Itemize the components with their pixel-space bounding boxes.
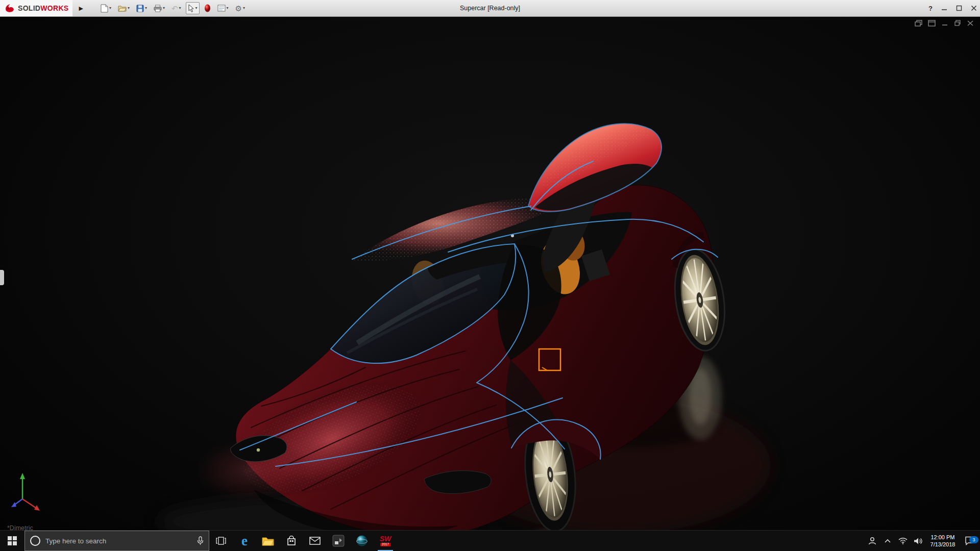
clock-date: 7/13/2018 <box>930 541 955 548</box>
system-tray: 12:00 PM 7/13/2018 3 <box>865 531 980 551</box>
orientation-triad[interactable] <box>11 473 40 511</box>
show-hidden-icons-button[interactable] <box>880 538 895 543</box>
titlebar[interactable]: SOLIDWORKS ▶ ▾ ▾ ▾ <box>0 0 980 17</box>
options-button[interactable]: ⚙ ▾ <box>233 3 247 14</box>
dropdown-caret-icon[interactable]: ▾ <box>243 6 245 10</box>
undo-button[interactable]: ↶ ▾ <box>169 3 183 14</box>
wifi-icon <box>898 537 908 544</box>
media-app-button[interactable] <box>327 531 350 551</box>
store-button[interactable] <box>280 531 303 551</box>
cortana-icon <box>30 536 40 546</box>
edge-browser-button[interactable]: e <box>233 531 256 551</box>
sphere-icon <box>356 535 368 547</box>
task-view-button[interactable] <box>209 531 233 551</box>
edrawings-button[interactable] <box>350 531 374 551</box>
windows-logo-icon <box>8 536 17 545</box>
undo-icon: ↶ <box>172 5 178 12</box>
new-document-button[interactable]: ▾ <box>99 2 113 15</box>
dropdown-caret-icon[interactable]: ▾ <box>128 6 130 10</box>
appearance-ball-icon <box>204 4 211 12</box>
mail-button[interactable] <box>303 531 327 551</box>
doc-close-button[interactable] <box>967 20 974 27</box>
close-button[interactable] <box>971 5 977 11</box>
people-button[interactable] <box>865 536 880 545</box>
mail-envelope-icon <box>309 537 321 545</box>
print-icon <box>154 5 162 12</box>
print-button[interactable]: ▾ <box>152 3 167 14</box>
headlight-glow <box>257 448 260 452</box>
screen: SOLIDWORKS ▶ ▾ ▾ ▾ <box>0 0 980 551</box>
doc-minimize-button[interactable] <box>941 20 948 27</box>
open-document-button[interactable]: ▾ <box>116 3 132 14</box>
help-button[interactable]: ? <box>928 5 933 12</box>
dark-tile-icon <box>332 535 345 547</box>
solidworks-logo: SOLIDWORKS <box>0 0 72 16</box>
minimize-button[interactable] <box>941 5 947 11</box>
select-tool-button[interactable]: ▾ <box>186 2 200 14</box>
file-explorer-button[interactable] <box>256 531 280 551</box>
car-3d-model <box>0 16 980 531</box>
sheet-icon <box>217 5 226 12</box>
dropdown-caret-icon[interactable]: ▾ <box>227 6 229 10</box>
clock-time: 12:00 PM <box>930 534 954 541</box>
dropdown-caret-icon[interactable]: ▾ <box>109 6 111 10</box>
task-view-icon <box>216 537 226 545</box>
save-button[interactable]: ▾ <box>134 3 149 14</box>
ds-logo-icon <box>4 3 15 14</box>
search-input[interactable] <box>44 537 193 545</box>
speaker-icon <box>914 537 923 545</box>
document-window-controls <box>915 20 974 27</box>
viewport-3d[interactable]: *Dimetric <box>0 16 980 531</box>
action-center-button[interactable]: 3 <box>960 536 980 545</box>
dropdown-caret-icon[interactable]: ▾ <box>195 6 198 10</box>
chevron-up-icon <box>884 538 891 543</box>
store-bag-icon <box>286 536 297 546</box>
people-icon <box>868 536 877 545</box>
taskbar: e <box>0 530 980 551</box>
dropdown-caret-icon[interactable]: ▾ <box>179 6 181 10</box>
save-icon <box>136 5 144 12</box>
maximize-button[interactable] <box>956 5 962 11</box>
gear-icon: ⚙ <box>235 5 242 12</box>
feature-tree-flyout-tab[interactable] <box>0 270 4 285</box>
taskbar-search[interactable] <box>24 531 209 551</box>
select-cursor-icon <box>188 4 194 12</box>
window-cascade-icon[interactable] <box>928 20 936 27</box>
taskbar-clock[interactable]: 12:00 PM 7/13/2018 <box>926 534 960 548</box>
network-button[interactable] <box>895 537 911 544</box>
brand-text: SOLIDWORKS <box>18 5 68 12</box>
notification-badge: 3 <box>969 536 978 543</box>
doc-restore-button[interactable] <box>954 20 961 27</box>
expand-menu-button[interactable]: ▶ <box>76 5 86 12</box>
new-document-icon <box>101 4 108 13</box>
volume-button[interactable] <box>911 537 926 545</box>
solidworks-app-button[interactable]: SW 2017 <box>374 531 397 551</box>
window-tile-icon[interactable] <box>915 20 922 27</box>
solidworks-2017-icon: SW 2017 <box>380 535 391 546</box>
microphone-icon[interactable] <box>197 536 204 545</box>
main-toolbar: ▾ ▾ ▾ ▾ <box>99 2 247 15</box>
start-button[interactable] <box>0 531 24 551</box>
appearances-button[interactable] <box>202 2 213 14</box>
edge-icon: e <box>241 534 248 548</box>
drawing-sheet-button[interactable]: ▾ <box>215 3 231 14</box>
dropdown-caret-icon[interactable]: ▾ <box>145 6 147 10</box>
folder-icon <box>262 536 274 546</box>
open-folder-icon <box>118 5 127 12</box>
dropdown-caret-icon[interactable]: ▾ <box>163 6 165 10</box>
